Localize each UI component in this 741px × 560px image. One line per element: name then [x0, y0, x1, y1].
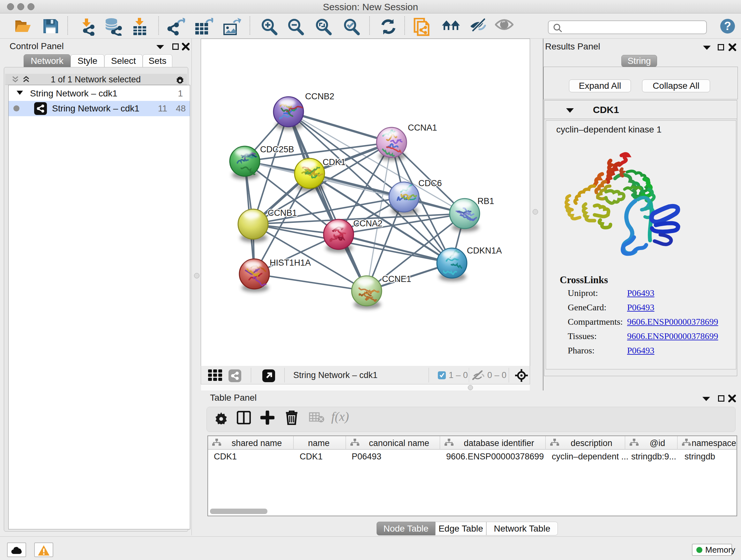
svg-text:CCNE1: CCNE1 — [382, 274, 411, 284]
svg-text:CCNA2: CCNA2 — [353, 219, 383, 228]
svg-text:CDC25B: CDC25B — [260, 145, 294, 154]
svg-text:CDK1: CDK1 — [323, 158, 346, 167]
svg-text:CCNB1: CCNB1 — [268, 208, 297, 218]
svg-text:CDKN1A: CDKN1A — [467, 246, 502, 255]
svg-text:HIST1H1A: HIST1H1A — [270, 258, 311, 267]
svg-text:CCNB2: CCNB2 — [305, 91, 334, 101]
svg-text:CCNA1: CCNA1 — [408, 123, 437, 132]
svg-text:CDC6: CDC6 — [418, 179, 442, 188]
svg-text:RB1: RB1 — [477, 196, 494, 206]
